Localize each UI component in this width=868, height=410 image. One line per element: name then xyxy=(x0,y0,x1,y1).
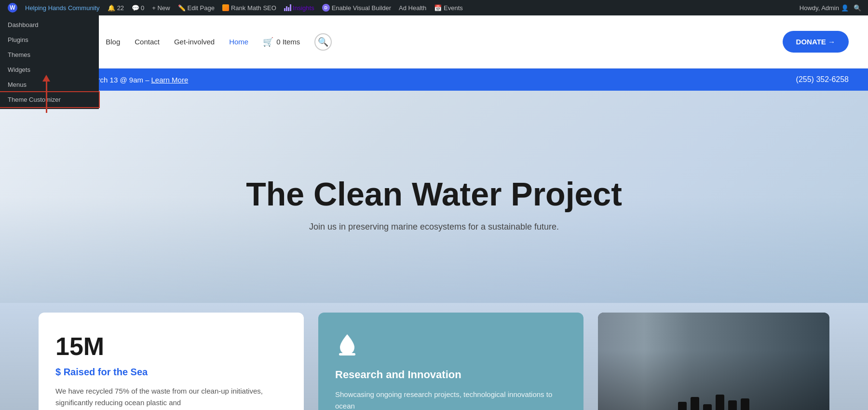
edit-page-item[interactable]: ✏️ Edit Page xyxy=(174,0,218,15)
divi-icon: D xyxy=(322,4,330,12)
innovation-card-title: Research and Innovation xyxy=(335,369,567,381)
events-label: Events xyxy=(444,4,463,12)
nav-cart[interactable]: 🛒 0 Items xyxy=(263,37,300,47)
edit-icon: ✏️ xyxy=(178,4,186,12)
update-icon: 🔔 xyxy=(108,4,115,12)
hero-section: The Clean Water Project Join us in prese… xyxy=(0,91,868,303)
updates-item[interactable]: 🔔 22 xyxy=(104,0,128,15)
photo-card xyxy=(598,313,829,410)
update-count: 22 xyxy=(117,4,124,12)
dropdown-widgets[interactable]: Widgets xyxy=(0,62,99,77)
search-button[interactable]: 🔍 xyxy=(314,33,332,51)
photo-placeholder xyxy=(598,313,829,410)
edit-page-label: Edit Page xyxy=(188,4,215,12)
comments-item[interactable]: 💬 0 xyxy=(128,0,148,15)
dropdown-menus[interactable]: Menus xyxy=(0,77,99,92)
insights-item[interactable]: Insights xyxy=(280,0,318,15)
events-item[interactable]: 📅 Events xyxy=(430,0,467,15)
rank-math-item[interactable]: Rank Math SEO xyxy=(218,0,280,15)
wp-logo-item[interactable]: W xyxy=(4,0,21,15)
donate-label: DONATE → xyxy=(796,38,835,46)
announcement-phone: (255) 352-6258 xyxy=(796,75,849,84)
insights-chart-icon xyxy=(284,4,291,11)
dropdown-plugins[interactable]: Plugins xyxy=(0,32,99,47)
nav-blog[interactable]: Blog xyxy=(106,38,120,46)
hero-title: The Clean Water Project xyxy=(246,176,622,212)
stat-number: 15M xyxy=(55,332,287,361)
howdy-label: Howdy, Admin xyxy=(800,4,839,12)
rank-math-icon xyxy=(222,4,229,11)
cart-items-label: 0 Items xyxy=(276,38,300,46)
comment-icon: 💬 xyxy=(132,4,139,12)
new-label: + New xyxy=(152,4,170,12)
visual-builder-label: Enable Visual Builder xyxy=(332,4,391,12)
cards-section: 15M $ Raised for the Sea We have recycle… xyxy=(0,303,868,410)
avatar-icon: 👤 xyxy=(841,4,849,12)
nav-home[interactable]: Home xyxy=(229,38,248,46)
people-silhouettes xyxy=(678,395,749,410)
themes-dropdown-menu: Dashboard Plugins Themes Widgets Menus T… xyxy=(0,15,99,109)
visual-builder-item[interactable]: D Enable Visual Builder xyxy=(318,0,395,15)
stat-card-text: We have recycled 75% of the waste from o… xyxy=(55,385,287,409)
innovation-card-text: Showcasing ongoing research projects, te… xyxy=(335,389,567,410)
ad-health-item[interactable]: Ad Health xyxy=(395,0,430,15)
site-header: D About Blog Contact Get-involved Home 🛒… xyxy=(0,15,868,68)
comment-count: 0 xyxy=(141,4,144,12)
dropdown-theme-customizer[interactable]: Theme Customizer xyxy=(0,92,99,107)
cart-icon: 🛒 xyxy=(263,37,273,47)
site-nav: About Blog Contact Get-involved Home 🛒 0… xyxy=(72,33,783,51)
nav-get-involved[interactable]: Get-involved xyxy=(174,38,215,46)
site-name-label: Helping Hands Community xyxy=(25,4,100,12)
site-name-item[interactable]: Helping Hands Community xyxy=(21,0,104,15)
nav-contact[interactable]: Contact xyxy=(135,38,160,46)
search-icon: 🔍 xyxy=(318,37,328,47)
svg-rect-0 xyxy=(339,353,355,355)
dropdown-themes[interactable]: Themes xyxy=(0,47,99,62)
dropdown-dashboard[interactable]: Dashboard xyxy=(0,17,99,32)
announcement-bar: Beach Cleanup Day: March 13 @ 9am – Lear… xyxy=(0,68,868,91)
search-icon[interactable]: 🔍 xyxy=(851,4,864,12)
new-item[interactable]: + New xyxy=(148,0,174,15)
announcement-link[interactable]: Learn More xyxy=(151,76,189,84)
water-drop-icon xyxy=(335,332,567,361)
events-icon: 📅 xyxy=(434,4,442,12)
stat-card: 15M $ Raised for the Sea We have recycle… xyxy=(39,313,304,410)
ad-health-label: Ad Health xyxy=(399,4,426,12)
admin-bar-right: Howdy, Admin 👤 🔍 xyxy=(800,4,864,12)
insights-label: Insights xyxy=(293,4,314,12)
stat-card-title: $ Raised for the Sea xyxy=(55,367,287,378)
rank-math-label: Rank Math SEO xyxy=(231,4,276,12)
admin-bar: W Helping Hands Community 🔔 22 💬 0 + New… xyxy=(0,0,868,15)
hero-subtitle: Join us in preserving marine ecosystems … xyxy=(309,222,559,232)
innovation-card: Research and Innovation Showcasing ongoi… xyxy=(318,313,583,410)
wp-logo-icon: W xyxy=(8,3,17,13)
donate-button[interactable]: DONATE → xyxy=(783,31,849,53)
